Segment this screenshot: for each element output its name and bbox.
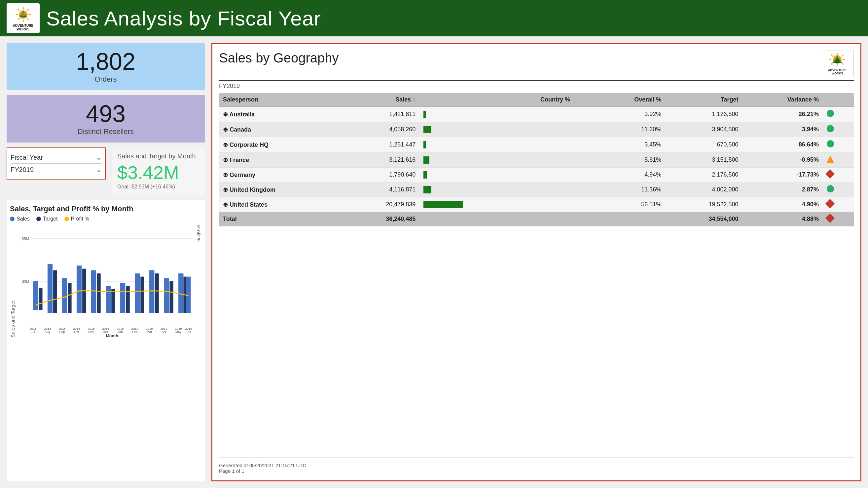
svg-line-5 [18,9,20,10]
svg-text:Apr: Apr [161,330,167,334]
svg-text:$0M: $0M [22,279,29,283]
page-title: Sales Analysis by Fiscal Year [46,7,321,30]
cell-bar [420,168,517,182]
total-label: Total [219,212,342,227]
svg-text:Feb: Feb [132,330,137,334]
svg-line-7 [27,9,29,10]
svg-text:Aug: Aug [44,330,50,334]
adventure-works-logo-sm: ADVENTUREWORKS [821,51,854,77]
status-green-icon [827,125,834,132]
svg-point-11 [22,12,25,16]
cell-overall-pct: 3.92% [594,107,665,122]
chevron-down-icon: ⌄ [96,153,102,161]
svg-rect-37 [164,278,169,313]
col-variance-pct: Variance % [743,93,823,107]
cell-sales: 20,479,839 [342,197,420,212]
legend-profit-dot [64,217,69,221]
table-row: ⊕ United Kingdom 4,116,871 11.36% 4,002,… [219,182,854,197]
chart-inner: $5M $0M 0% -10% [17,225,194,338]
chart-wrapper: Sales and Target $5M $0M 0% -10% [10,225,202,338]
cell-salesperson: ⊕ Australia [219,107,342,122]
footer-page: Page 1 of 1 [219,468,854,474]
cell-variance: 26.21% [743,107,823,122]
footer-generated: Generated at 05/20/2021 21:15:21 UTC [219,463,854,468]
fiscal-year-label: Fiscal Year ⌄ [10,151,102,164]
svg-line-72 [831,55,833,57]
cell-status [823,107,854,122]
cell-target: 3,151,500 [665,152,742,168]
cell-variance: 3.94% [743,122,823,137]
cell-sales: 3,121,616 [342,152,420,168]
footer: Generated at 05/20/2021 21:15:21 UTC Pag… [219,457,854,474]
svg-rect-20 [39,288,42,310]
resellers-label: Distinct Resellers [78,127,134,136]
orders-value: 1,802 [76,50,135,74]
sales-bar [424,126,431,133]
logo-sm-icon [827,52,847,69]
cell-salesperson: ⊕ Germany [219,168,342,182]
orders-label: Orders [94,75,117,84]
cell-overall-pct: 11.20% [594,122,665,137]
cell-target: 4,002,000 [665,182,742,197]
legend-sales: Sales [10,216,30,222]
geography-table-body: ⊕ Australia 1,421,811 3.92% 1,126,500 26… [219,107,854,212]
chart-section: Sales, Target and Profit % by Month Sale… [7,200,205,481]
resellers-kpi-card: 493 Distinct Resellers [7,95,205,143]
kpi-row-2: 493 Distinct Resellers [7,95,205,143]
sales-bar [424,201,463,208]
svg-rect-38 [169,281,173,313]
status-diamond-icon [826,169,835,178]
legend-profit-label: Profit % [71,216,90,222]
cell-target: 670,500 [665,137,742,152]
resellers-value: 493 [86,102,125,126]
total-status [823,212,854,227]
total-sales: 36,240,485 [342,212,420,227]
svg-rect-24 [68,283,71,313]
cell-overall-pct: 4.94% [594,168,665,182]
cell-target: 3,904,500 [665,122,742,137]
cell-salesperson: ⊕ France [219,152,342,168]
svg-rect-23 [62,278,67,313]
cell-salesperson: ⊕ Corporate HQ [219,137,342,152]
svg-rect-27 [91,270,96,313]
col-country-pct: Country % [517,93,594,107]
svg-text:Jun: Jun [186,330,191,334]
cell-country-pct [517,168,594,182]
total-variance: 4.88% [743,212,823,227]
cell-sales: 1,790,640 [342,168,420,182]
svg-text:Jul: Jul [31,330,35,334]
sales-bar [424,171,427,178]
left-panel: 1,802 Orders 493 Distinct Resellers Fisc… [7,43,205,481]
total-country-pct [517,212,594,227]
cell-country-pct [517,122,594,137]
cell-bar [420,137,517,152]
fiscal-year-value[interactable]: FY2019 ⌄ [10,164,102,176]
col-sales[interactable]: Sales ↕ [342,93,420,107]
svg-text:Dec: Dec [103,330,108,334]
svg-text:May: May [175,330,181,334]
chart-svg: $5M $0M 0% -10% [17,225,194,338]
fiscal-year-dropdown[interactable]: Fiscal Year ⌄ FY2019 ⌄ [7,147,106,179]
total-bar [420,212,517,227]
cell-target: 1,126,500 [665,107,742,122]
right-panel: Sales by Geography ADVENTUREWORKS [211,43,861,481]
col-overall-pct: Overall % [594,93,665,107]
y-axis-left-label: Sales and Target [10,225,16,338]
cell-bar [420,152,517,168]
geography-title: Sales by Geography [219,51,339,65]
svg-rect-31 [120,283,125,313]
cell-bar [420,197,517,212]
svg-text:Sep: Sep [59,330,65,334]
sales-target-goal-text: Goal: $2.93M (+16.46%) [117,184,175,190]
sales-target-month-card: Sales and Target by Month $3.42M Goal: $… [112,147,205,195]
svg-rect-30 [111,289,115,313]
cell-bar [420,122,517,137]
cell-bar [420,107,517,122]
cell-status [823,137,854,152]
sales-target-month-title: Sales and Target by Month [117,152,196,160]
legend-sales-label: Sales [17,216,30,222]
orders-kpi-card: 1,802 Orders [7,43,205,90]
legend-target-label: Target [43,216,58,222]
svg-text:Oct: Oct [74,330,79,334]
svg-text:Mar: Mar [147,330,152,334]
